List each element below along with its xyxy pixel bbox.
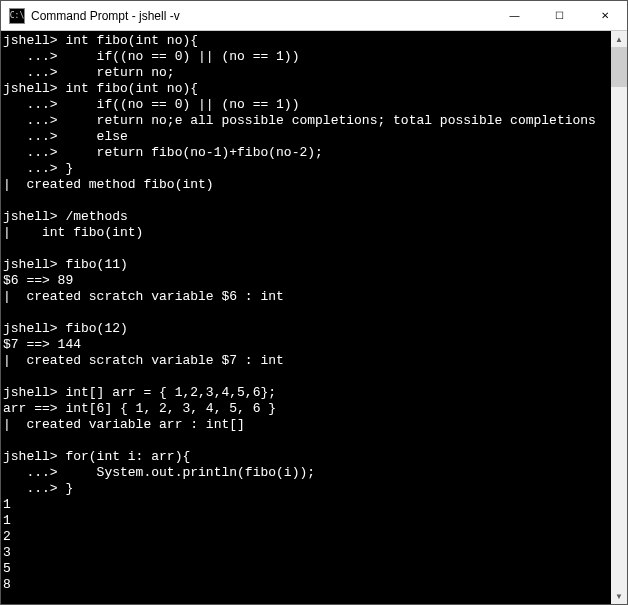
titlebar[interactable]: C:\ Command Prompt - jshell -v — ☐ ✕	[1, 1, 627, 31]
window-title: Command Prompt - jshell -v	[31, 9, 492, 23]
command-prompt-window: C:\ Command Prompt - jshell -v — ☐ ✕ jsh…	[0, 0, 628, 605]
maximize-button[interactable]: ☐	[537, 1, 582, 30]
scroll-thumb[interactable]	[611, 47, 627, 87]
scroll-up-arrow[interactable]: ▲	[611, 31, 627, 47]
close-button[interactable]: ✕	[582, 1, 627, 30]
command-prompt-icon: C:\	[9, 8, 25, 24]
terminal-area: jshell> int fibo(int no){ ...> if((no ==…	[1, 31, 627, 604]
minimize-button[interactable]: —	[492, 1, 537, 30]
terminal-output[interactable]: jshell> int fibo(int no){ ...> if((no ==…	[1, 31, 611, 604]
scroll-track[interactable]	[611, 47, 627, 588]
vertical-scrollbar[interactable]: ▲ ▼	[611, 31, 627, 604]
scroll-down-arrow[interactable]: ▼	[611, 588, 627, 604]
window-controls: — ☐ ✕	[492, 1, 627, 30]
